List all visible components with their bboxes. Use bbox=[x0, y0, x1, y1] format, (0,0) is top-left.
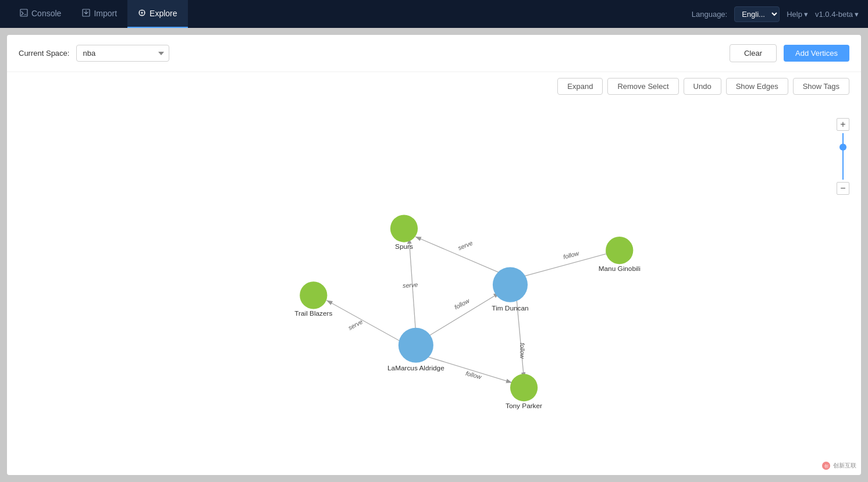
node-spurs-label: Spurs bbox=[395, 242, 413, 251]
zoom-slider-track[interactable] bbox=[842, 133, 844, 180]
zoom-in-button[interactable]: + bbox=[837, 118, 849, 131]
expand-button[interactable]: Expand bbox=[557, 78, 603, 95]
edge-label-follow1: follow bbox=[453, 297, 471, 310]
nav-right: Language: Engli... 中文 Help ▾ v1.0.4-beta… bbox=[692, 6, 859, 22]
edge-label-serve3: serve bbox=[457, 239, 474, 251]
toolbar-second: Expand Remove Select Undo Show Edges Sho… bbox=[7, 72, 861, 101]
edge-label-follow4: follow bbox=[465, 370, 483, 381]
watermark: 创 创新互联 bbox=[821, 461, 856, 470]
clear-button[interactable]: Clear bbox=[730, 44, 777, 62]
edge-label-follow2: follow bbox=[563, 249, 581, 260]
main-wrapper: Current Space: nba Clear Add Vertices Ex… bbox=[0, 28, 868, 482]
node-trail-blazers-label: Trail Blazers bbox=[294, 309, 332, 317]
remove-select-button[interactable]: Remove Select bbox=[607, 78, 678, 95]
tab-import-label: Import bbox=[94, 9, 117, 18]
node-lamarcus-aldridge-label: LaMarcus Aldridge bbox=[387, 364, 444, 372]
edge-serve-tim-spurs bbox=[415, 237, 503, 274]
current-space-label: Current Space: bbox=[19, 49, 69, 58]
node-tim-duncan-label: Tim Duncan bbox=[492, 304, 528, 312]
zoom-out-button[interactable]: − bbox=[837, 182, 849, 195]
import-icon bbox=[82, 9, 90, 19]
node-manu-ginobili-label: Manu Ginobili bbox=[599, 265, 641, 273]
add-vertices-button[interactable]: Add Vertices bbox=[784, 45, 849, 62]
tab-explore[interactable]: Explore bbox=[127, 0, 187, 28]
show-edges-button[interactable]: Show Edges bbox=[726, 78, 788, 95]
node-lamarcus-aldridge[interactable] bbox=[399, 328, 433, 363]
node-spurs[interactable] bbox=[390, 215, 418, 242]
language-select[interactable]: Engli... 中文 bbox=[734, 6, 780, 22]
space-select[interactable]: nba bbox=[76, 45, 169, 62]
tab-console[interactable]: Console bbox=[9, 0, 72, 28]
tab-import[interactable]: Import bbox=[72, 0, 127, 28]
help-button[interactable]: Help ▾ bbox=[787, 10, 808, 19]
edge-label-follow3: follow bbox=[519, 342, 526, 359]
undo-button[interactable]: Undo bbox=[684, 78, 721, 95]
content-card: Current Space: nba Clear Add Vertices Ex… bbox=[7, 35, 861, 475]
watermark-icon: 创 bbox=[821, 461, 831, 470]
version-chevron-icon: ▾ bbox=[855, 10, 859, 19]
zoom-control: + − bbox=[837, 118, 849, 195]
version-label: v1.0.4-beta ▾ bbox=[815, 10, 859, 19]
explore-icon bbox=[138, 9, 146, 19]
tab-explore-label: Explore bbox=[150, 9, 177, 18]
node-manu-ginobili[interactable] bbox=[606, 237, 633, 264]
tab-console-label: Console bbox=[31, 9, 61, 18]
graph-area[interactable]: serve serve follow serve follow follow bbox=[7, 101, 861, 475]
edge-serve-tb bbox=[326, 300, 400, 341]
language-label: Language: bbox=[692, 10, 727, 19]
node-tony-parker-label: Tony Parker bbox=[506, 402, 542, 410]
show-tags-button[interactable]: Show Tags bbox=[793, 78, 849, 95]
edge-label-serve1: serve bbox=[403, 281, 418, 289]
edge-label-serve2: serve bbox=[347, 318, 364, 331]
zoom-slider-thumb[interactable] bbox=[839, 144, 846, 151]
topnav: Console Import Explore Language: Engli..… bbox=[0, 0, 868, 28]
svg-point-3 bbox=[141, 12, 143, 13]
toolbar-top: Current Space: nba Clear Add Vertices bbox=[7, 35, 861, 72]
node-tony-parker[interactable] bbox=[510, 374, 538, 401]
help-chevron-icon: ▾ bbox=[804, 10, 808, 19]
console-icon bbox=[20, 9, 28, 19]
svg-text:创: 创 bbox=[824, 464, 828, 468]
node-trail-blazers[interactable] bbox=[300, 281, 327, 309]
graph-svg: serve serve follow serve follow follow bbox=[7, 101, 861, 475]
node-tim-duncan[interactable] bbox=[493, 267, 528, 302]
